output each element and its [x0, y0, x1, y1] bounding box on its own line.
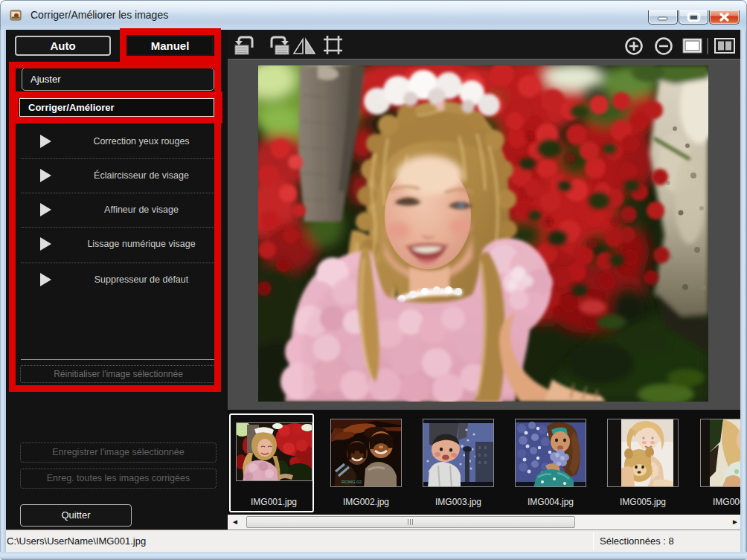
- svg-text:ROMG.02: ROMG.02: [342, 480, 362, 484]
